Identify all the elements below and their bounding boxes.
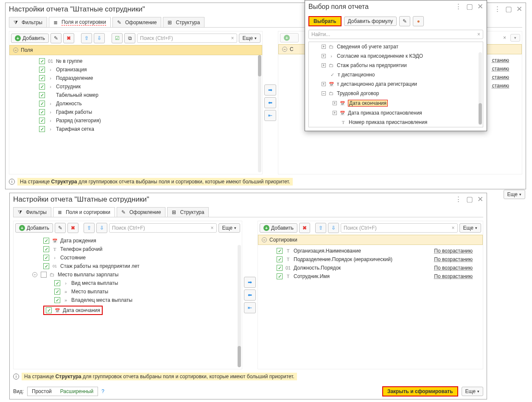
close-icon[interactable]: ✕ [516,5,522,14]
maximize-icon[interactable]: ▢ [466,2,473,11]
sort-direction-link[interactable]: По возрастанию [434,273,473,279]
tree-item[interactable]: Согласие на присоединение к КЭДО [309,51,483,61]
tree-item[interactable]: Дата приказа приостановления [309,108,483,118]
tree-item[interactable]: т дистанционно дата регистрации [309,79,483,89]
field-checkbox[interactable] [39,126,45,132]
more-actions-icon[interactable]: ⋮ [455,195,462,204]
field-row[interactable]: ›Сотрудник [9,82,262,91]
tree-item[interactable]: Сведения об учете затрат [309,42,483,51]
filter-button[interactable] [413,16,424,26]
more-button[interactable] [510,34,520,42]
sort-direction-link[interactable]: станию [492,83,509,89]
edit-button[interactable] [399,16,410,26]
collapse-icon[interactable] [13,48,18,53]
collapse-icon[interactable] [322,91,326,96]
field-row[interactable]: Место выплаты [14,287,242,296]
delete-button[interactable] [299,223,310,233]
add-button[interactable]: Д [280,33,299,42]
tab-filters[interactable]: ⧩Фильтры [13,207,51,217]
move-left-button[interactable]: ⬅ [244,290,256,301]
search-input[interactable]: Поиск (Ctrl+F)× [137,34,237,43]
search-input[interactable]: Поиск (Ctrl+F)× [109,223,217,233]
select-button[interactable]: Выбрать [308,16,342,26]
more-button[interactable]: Еще [459,223,481,233]
field-checkbox[interactable] [46,307,52,313]
sort-header[interactable]: Сортировки [258,235,483,245]
popup-search-input[interactable]: Найти...× [308,30,483,39]
edit-button[interactable] [55,223,66,233]
sort-checkbox[interactable] [277,248,283,254]
tab-structure[interactable]: ⊞Структура [167,207,209,217]
field-row[interactable]: Место выплаты зарплаты [14,270,242,279]
simple-mode-button[interactable]: Простой [28,387,56,396]
tab-structure[interactable]: ⊞Структура [163,17,204,27]
field-row[interactable]: ›Подразделение [9,74,262,82]
field-checkbox[interactable] [39,92,45,98]
field-checkbox[interactable] [39,75,45,81]
clear-search-icon[interactable]: × [231,35,234,41]
sort-row[interactable]: TОрганизация.НаименованиеПо возрастанию [275,247,474,255]
field-row[interactable]: ›График работы [9,108,262,116]
more-button[interactable]: Еще [218,223,240,233]
field-checkbox[interactable] [43,246,49,252]
move-all-left-button[interactable]: ⇤ [264,110,276,121]
sort-direction-link[interactable]: По возрастанию [434,256,473,262]
field-row[interactable]: Телефон рабочий [14,245,242,253]
field-row[interactable]: Состояние [14,253,242,262]
external-more-button[interactable]: Еще [504,190,525,199]
sort-row[interactable]: TПодразделение.Порядок (иерархический)По… [275,255,474,264]
sort-row[interactable]: TСотрудник.ИмяПо возрастанию [275,272,474,281]
field-row[interactable]: ›Разряд (категория) [9,116,262,125]
sort-checkbox[interactable] [277,273,283,279]
field-checkbox[interactable] [41,272,47,278]
sort-checkbox[interactable] [277,265,283,271]
sort-direction-link[interactable]: станию [492,66,509,72]
maximize-icon[interactable]: ▢ [466,195,473,204]
field-checkbox[interactable] [39,101,45,107]
close-icon[interactable]: ✕ [477,2,483,11]
more-button[interactable]: Еще [239,34,260,43]
collapse-icon[interactable] [282,47,287,52]
sort-row[interactable]: 01Должность.ПорядокПо возрастанию [275,264,474,272]
move-down-button[interactable] [328,223,339,233]
delete-button[interactable] [63,33,74,43]
tab-design[interactable]: ✎Оформление [117,207,165,217]
move-down-button[interactable] [96,223,107,233]
help-icon[interactable]: ? [101,388,104,394]
copy-button[interactable] [124,33,135,43]
move-down-button[interactable] [94,33,105,43]
field-row[interactable]: ›Организация [9,65,262,74]
tree-item[interactable]: Стаж работы на предприятии [309,61,483,70]
field-row[interactable]: Стаж работы на предприятии лет [14,262,242,270]
field-checkbox[interactable] [43,255,49,261]
field-row[interactable]: Табельный номер [9,91,262,99]
field-checkbox[interactable] [39,58,45,64]
field-row[interactable]: ›Должность [9,99,262,108]
collapse-icon[interactable] [262,237,267,242]
tree-item[interactable]: Номер приказа приостановления [309,118,483,127]
field-row[interactable]: Дата рождения [14,236,242,245]
field-checkbox[interactable] [54,280,60,286]
move-left-button[interactable]: ⬅ [264,97,276,108]
add-button[interactable]: Добавить [11,34,49,43]
field-checkbox[interactable] [39,109,45,115]
check-all-button[interactable] [112,33,123,43]
sort-direction-link[interactable]: станию [492,57,509,63]
move-all-left-button[interactable]: ⇤ [244,302,256,313]
collapse-icon[interactable] [32,272,37,277]
move-up-button[interactable] [315,223,326,233]
field-checkbox[interactable] [39,67,45,73]
tab-design[interactable]: ✎Оформление [112,17,161,27]
field-checkbox[interactable] [54,289,60,295]
clear-search-icon[interactable]: × [211,225,214,231]
clear-search-icon[interactable]: × [503,35,506,41]
field-row[interactable]: 01№ в группе [9,57,262,65]
expand-icon[interactable] [333,111,337,115]
field-row[interactable]: Дата окончания [14,304,242,316]
field-checkbox[interactable] [39,84,45,90]
sort-direction-link[interactable]: станию [492,74,509,80]
search-input[interactable]: Поиск (Ctrl+F)× [341,223,458,233]
more-button[interactable]: Еще [462,387,483,396]
advanced-mode-button[interactable]: Расширенный [56,387,98,396]
tab-fields[interactable]: ≣Поля и сортировки [53,207,115,217]
